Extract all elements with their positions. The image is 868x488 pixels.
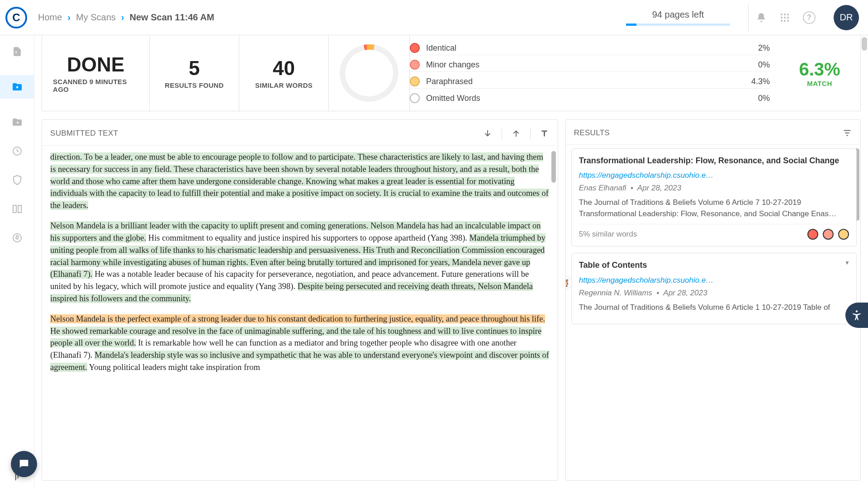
shared-folder-icon[interactable] [12, 117, 23, 128]
breadcrumb-home[interactable]: Home [38, 12, 62, 23]
chevron-right-icon: › [121, 12, 124, 23]
main-scrollbar-thumb[interactable] [862, 37, 867, 51]
dot-omitted-icon [410, 93, 420, 103]
results-body[interactable]: 🦉 Transformational Leadership: Flow, Res… [566, 145, 860, 480]
result-title: Table of Contents [579, 260, 849, 271]
submitted-text-body[interactable]: direction. To be a leader, one must be a… [42, 146, 558, 480]
left-sidebar: |› [0, 35, 34, 488]
top-bar: C Home › My Scans › New Scan 11:46 AM 94… [0, 0, 868, 35]
legend-omitted[interactable]: Omitted Words 0% [410, 91, 770, 105]
result-description: The Journal of Traditions & Beliefs Volu… [579, 302, 849, 313]
breadcrumb: Home › My Scans › New Scan 11:46 AM [38, 12, 214, 23]
svg-point-3 [781, 17, 783, 19]
legend-paraphrased[interactable]: Paraphrased 4.3% [410, 75, 770, 89]
shield-icon[interactable] [12, 175, 23, 185]
pages-left-indicator: 94 pages left [626, 9, 730, 26]
scan-status: DONE [67, 53, 124, 76]
filter-icon[interactable] [842, 128, 852, 138]
user-avatar[interactable]: DR [834, 5, 859, 30]
result-description: The Journal of Traditions & Beliefs Volu… [579, 197, 849, 219]
chevron-down-icon[interactable]: ▼ [844, 260, 850, 266]
results-count-sub: RESULTS FOUND [165, 81, 223, 89]
breadcrumb-scans[interactable]: My Scans [76, 12, 116, 23]
dot-paraphrased-icon [410, 76, 420, 86]
svg-point-14 [856, 310, 858, 312]
result-link[interactable]: https://engagedscholarship.csuohio.e… [579, 171, 849, 180]
results-panel: RESULTS 🦉 Transformational Leadership: F… [565, 119, 861, 481]
pages-left-text: 94 pages left [626, 9, 730, 20]
svg-point-2 [787, 14, 789, 15]
svg-point-1 [784, 14, 786, 15]
svg-rect-11 [13, 205, 16, 213]
svg-rect-12 [18, 205, 21, 213]
compass-icon[interactable] [12, 232, 23, 243]
chevron-right-icon: › [67, 12, 71, 23]
result-title: Transformational Leadership: Flow, Reson… [579, 155, 849, 166]
svg-point-7 [784, 20, 786, 22]
compare-icon[interactable] [12, 204, 23, 214]
main-content: DONE SCANNED 9 MINUTES AGO 5 RESULTS FOU… [34, 35, 868, 488]
scan-status-sub: SCANNED 9 MINUTES AGO [53, 78, 138, 93]
text-format-icon[interactable] [540, 128, 550, 138]
history-icon[interactable] [12, 146, 23, 156]
svg-point-4 [784, 17, 786, 19]
result-card[interactable]: Transformational Leadership: Flow, Reson… [571, 148, 857, 246]
svg-point-13 [13, 234, 21, 242]
dot-paraphrased-icon [838, 229, 849, 240]
svg-point-0 [781, 14, 783, 15]
match-pie-chart [335, 39, 403, 107]
match-percentage: 6.3% [799, 59, 840, 80]
dot-identical-icon [410, 43, 420, 53]
results-title: RESULTS [574, 128, 842, 137]
similar-words-count: 40 [273, 57, 295, 80]
legend-identical[interactable]: Identical 2% [410, 41, 770, 55]
svg-text:?: ? [807, 14, 811, 21]
scrollbar-thumb[interactable] [551, 151, 556, 183]
svg-point-5 [787, 17, 789, 19]
match-legend: Identical 2% Minor changes 0% Paraphrase… [410, 35, 779, 111]
brand-logo[interactable]: C [5, 7, 27, 28]
legend-minor[interactable]: Minor changes 0% [410, 58, 770, 72]
result-card[interactable]: ▼ Table of Contents https://engagedschol… [571, 253, 857, 324]
svg-point-8 [787, 20, 789, 22]
accessibility-fab[interactable] [845, 303, 868, 328]
arrow-down-icon[interactable] [483, 128, 493, 138]
arrow-up-icon[interactable] [511, 128, 521, 138]
submitted-text-title: SUBMITTED TEXT [50, 129, 483, 138]
folder-star-icon[interactable] [12, 81, 23, 92]
stats-summary: DONE SCANNED 9 MINUTES AGO 5 RESULTS FOU… [42, 35, 861, 111]
result-similarity: 5% similar words [579, 230, 807, 239]
submitted-text-panel: SUBMITTED TEXT direction. To be a leader… [42, 119, 558, 481]
svg-point-6 [781, 20, 783, 22]
match-label: MATCH [807, 80, 832, 87]
result-meta: Regennia N. Williams • Apr 28, 2023 [579, 289, 849, 298]
result-meta: Enas Elhanafi • Apr 28, 2023 [579, 184, 849, 193]
chat-fab[interactable] [11, 451, 37, 477]
results-count: 5 [189, 57, 199, 80]
new-document-icon[interactable] [12, 46, 23, 57]
pages-left-bar [626, 24, 730, 26]
help-icon[interactable]: ? [803, 11, 816, 24]
dot-minor-icon [410, 60, 420, 70]
breadcrumb-current: New Scan 11:46 AM [130, 12, 214, 23]
bell-icon[interactable] [756, 12, 767, 23]
result-link[interactable]: https://engagedscholarship.csuohio.e… [579, 276, 849, 285]
dot-minor-icon [823, 229, 834, 240]
dot-identical-icon [807, 229, 818, 240]
similar-words-sub: SIMILAR WORDS [255, 81, 313, 89]
apps-grid-icon[interactable] [779, 12, 790, 23]
